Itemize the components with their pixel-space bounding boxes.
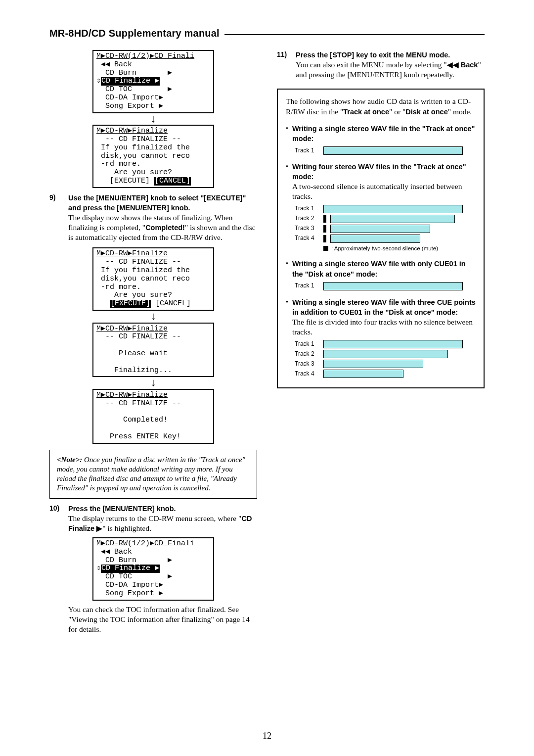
step-11: 11) Press the [STOP] key to exit the MEN… bbox=[277, 50, 485, 80]
bullet-4: • Writing a single stereo WAV file with … bbox=[286, 297, 476, 337]
lcd-screen-confirm-execute: M▶CD-RW▶Finalize -- CD FINALIZE -- If yo… bbox=[92, 247, 214, 311]
lcd-execute-selected: [EXECUTE] bbox=[110, 300, 151, 308]
bullet-icon: • bbox=[286, 298, 288, 337]
page-number: 12 bbox=[263, 731, 271, 741]
lcd-breadcrumb: M▶CD-RW(1/2)▶CD Finali bbox=[96, 52, 194, 60]
arrow-down-icon: ↓ bbox=[151, 312, 156, 321]
step-body: Press the [MENU/ENTER] knob. The display… bbox=[68, 504, 257, 533]
step-body: Press the [STOP] key to exit the MENU mo… bbox=[296, 50, 485, 80]
left-column: M▶CD-RW(1/2)▶CD Finali ◀◀ Back CD Burn ▶… bbox=[49, 50, 257, 634]
track-bar bbox=[323, 370, 403, 378]
bullet-icon: • bbox=[286, 260, 288, 279]
arrow-down-icon: ↓ bbox=[151, 378, 156, 387]
note-box: <Note>: Once you finalize a disc written… bbox=[49, 450, 257, 499]
step-10: 10) Press the [MENU/ENTER] knob. The dis… bbox=[49, 504, 257, 533]
silence-marker bbox=[323, 235, 326, 242]
legend-swatch bbox=[323, 246, 328, 251]
bullet-icon: • bbox=[286, 125, 288, 143]
step-instruction: Press the [MENU/ENTER] knob. bbox=[68, 505, 176, 513]
header-rule bbox=[224, 34, 485, 35]
bullet-icon: • bbox=[286, 163, 288, 202]
info-intro: The following shows how audio CD data is… bbox=[286, 96, 476, 116]
silence-marker bbox=[323, 225, 326, 233]
info-box: The following shows how audio CD data is… bbox=[277, 89, 485, 388]
lcd-cancel-selected: [CANCEL] bbox=[154, 177, 191, 186]
lcd-group-1: M▶CD-RW(1/2)▶CD Finali ◀◀ Back CD Burn ▶… bbox=[49, 50, 257, 188]
track-diagram-3: Track 1 bbox=[286, 282, 476, 290]
track-bar bbox=[330, 235, 420, 243]
lcd-screen-menu: M▶CD-RW(1/2)▶CD Finali ◀◀ Back CD Burn ▶… bbox=[92, 50, 214, 113]
silence-marker bbox=[323, 215, 326, 223]
step-instruction: Use the [MENU/ENTER] knob to select "[EX… bbox=[68, 194, 246, 212]
note-lead: <Note>: bbox=[57, 456, 82, 464]
track-diagram-1: Track 1 bbox=[286, 146, 476, 155]
step-number: 11) bbox=[277, 50, 289, 80]
track-bar bbox=[323, 340, 463, 348]
step-number: 9) bbox=[49, 193, 61, 243]
track-bar bbox=[323, 282, 463, 290]
page: MR-8HD/CD Supplementary manual M▶CD-RW(1… bbox=[0, 0, 534, 756]
track-bar bbox=[330, 215, 455, 223]
step-10-tail: You can check the TOC information after … bbox=[49, 605, 257, 634]
lcd-screen-wait: M▶CD-RW▶Finalize -- CD FINALIZE -- Pleas… bbox=[92, 323, 214, 378]
track-bar bbox=[323, 360, 423, 368]
lcd-group-3: M▶CD-RW(1/2)▶CD Finali ◀◀ Back CD Burn ▶… bbox=[49, 537, 257, 601]
arrow-down-icon: ↓ bbox=[151, 114, 156, 123]
bullet-2: • Writing four stereo WAV files in the "… bbox=[286, 162, 476, 202]
legend: : Approximately two-second silence (mute… bbox=[295, 245, 476, 252]
right-column: 11) Press the [STOP] key to exit the MEN… bbox=[277, 50, 485, 634]
lcd-item-selected: CD Finalize ▶ bbox=[101, 77, 160, 86]
track-diagram-2: Track 1 Track 2 Track 3 Track 4 : Approx… bbox=[286, 205, 476, 252]
step-number: 10) bbox=[49, 504, 61, 533]
track-diagram-4: Track 1 Track 2 Track 3 Track 4 bbox=[286, 340, 476, 378]
doc-title: MR-8HD/CD Supplementary manual bbox=[49, 28, 220, 39]
bullet-3: • Writing a single stereo WAV file with … bbox=[286, 259, 476, 279]
track-bar bbox=[330, 225, 430, 233]
track-bar bbox=[323, 205, 463, 213]
track-bar bbox=[323, 350, 448, 358]
bullet-1: • Writing a single stereo WAV file in th… bbox=[286, 124, 476, 143]
track-bar bbox=[323, 146, 463, 155]
two-columns: M▶CD-RW(1/2)▶CD Finali ◀◀ Back CD Burn ▶… bbox=[49, 50, 485, 634]
step-9: 9) Use the [MENU/ENTER] knob to select "… bbox=[49, 193, 257, 243]
step-body: Use the [MENU/ENTER] knob to select "[EX… bbox=[68, 193, 257, 243]
lcd-group-2: M▶CD-RW▶Finalize -- CD FINALIZE -- If yo… bbox=[49, 247, 257, 443]
lcd-screen-completed: M▶CD-RW▶Finalize -- CD FINALIZE -- Compl… bbox=[92, 389, 214, 444]
note-body: Once you finalize a disc written in the … bbox=[57, 456, 245, 492]
lcd-screen-confirm: M▶CD-RW▶Finalize -- CD FINALIZE -- If yo… bbox=[92, 125, 214, 188]
page-header: MR-8HD/CD Supplementary manual bbox=[49, 28, 485, 39]
lcd-screen-menu-return: M▶CD-RW(1/2)▶CD Finali ◀◀ Back CD Burn ▶… bbox=[92, 537, 214, 601]
step-instruction: Press the [STOP] key to exit the MENU mo… bbox=[296, 51, 450, 59]
